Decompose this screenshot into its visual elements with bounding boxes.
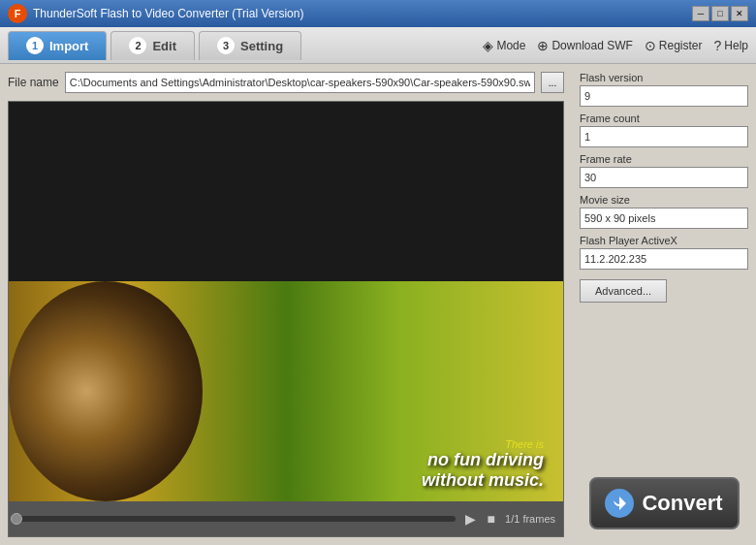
frame-rate-input[interactable] bbox=[580, 167, 748, 188]
right-panel: Flash version Frame count Frame rate Mov… bbox=[572, 64, 756, 545]
mode-icon: ◈ bbox=[483, 38, 493, 53]
flash-player-input[interactable] bbox=[580, 248, 748, 270]
banner-speaker bbox=[9, 281, 203, 501]
window-title: ThunderSoft Flash to Video Converter (Tr… bbox=[33, 7, 303, 20]
banner-text-line2: no fun drivingwithout music. bbox=[422, 450, 544, 492]
movie-size-input[interactable] bbox=[580, 208, 748, 229]
tab-import[interactable]: 1 Import bbox=[8, 31, 107, 60]
progress-track[interactable] bbox=[16, 516, 456, 522]
download-swf-button[interactable]: ⊕ Download SWF bbox=[537, 38, 632, 53]
tab-setting[interactable]: 3 Setting bbox=[199, 31, 301, 60]
minimize-button[interactable]: ─ bbox=[692, 6, 709, 21]
help-label: Help bbox=[724, 39, 748, 52]
convert-label: Convert bbox=[642, 491, 722, 516]
register-label: Register bbox=[659, 39, 703, 52]
progress-thumb bbox=[11, 513, 22, 525]
tab-setting-label: Setting bbox=[240, 39, 283, 53]
tab-edit-label: Edit bbox=[152, 39, 176, 53]
file-input[interactable] bbox=[65, 72, 535, 93]
toolbar-right: ◈ Mode ⊕ Download SWF ⊙ Register ? Help bbox=[483, 38, 748, 53]
banner-text-line1: There is bbox=[422, 438, 544, 450]
tab-edit[interactable]: 2 Edit bbox=[110, 31, 195, 60]
close-button[interactable]: ✕ bbox=[731, 6, 748, 21]
left-panel: File name ... There is no fun drivingwit… bbox=[0, 64, 572, 545]
main-content: File name ... There is no fun drivingwit… bbox=[0, 64, 756, 545]
app-icon: F bbox=[8, 4, 27, 23]
banner-background: There is no fun drivingwithout music. bbox=[9, 281, 563, 501]
convert-icon bbox=[605, 489, 634, 518]
frame-count-label: Frame count bbox=[580, 112, 748, 124]
tab-import-label: Import bbox=[49, 39, 88, 53]
video-container: There is no fun drivingwithout music. ▶ … bbox=[8, 101, 564, 537]
frame-rate-field: Frame rate bbox=[580, 153, 748, 188]
title-bar: F ThunderSoft Flash to Video Converter (… bbox=[0, 0, 756, 27]
frame-rate-label: Frame rate bbox=[580, 153, 748, 165]
mode-label: Mode bbox=[496, 39, 525, 52]
controls-bar: ▶ ■ 1/1 frames bbox=[9, 501, 563, 536]
mode-button[interactable]: ◈ Mode bbox=[483, 38, 525, 53]
tab-edit-number: 2 bbox=[129, 37, 146, 54]
frame-count-field: Frame count bbox=[580, 112, 748, 147]
video-top-area bbox=[9, 102, 563, 281]
flash-version-input[interactable] bbox=[580, 85, 748, 107]
file-row: File name ... bbox=[8, 72, 564, 93]
flash-version-field: Flash version bbox=[580, 72, 748, 107]
movie-size-label: Movie size bbox=[580, 194, 748, 206]
file-label: File name bbox=[8, 76, 59, 89]
play-button[interactable]: ▶ bbox=[463, 509, 478, 529]
flash-version-label: Flash version bbox=[580, 72, 748, 83]
download-icon: ⊕ bbox=[537, 38, 549, 53]
help-button[interactable]: ? Help bbox=[714, 38, 748, 53]
convert-button[interactable]: Convert bbox=[589, 477, 740, 529]
register-icon: ⊙ bbox=[645, 38, 656, 53]
flash-player-field: Flash Player ActiveX bbox=[580, 235, 748, 270]
tab-import-number: 1 bbox=[26, 37, 44, 54]
download-label: Download SWF bbox=[551, 39, 632, 52]
advanced-button[interactable]: Advanced... bbox=[580, 279, 667, 303]
banner-text-area: There is no fun drivingwithout music. bbox=[422, 438, 544, 492]
convert-section: Convert bbox=[580, 469, 748, 537]
movie-size-field: Movie size bbox=[580, 194, 748, 229]
stop-button[interactable]: ■ bbox=[486, 509, 497, 529]
frames-counter: 1/1 frames bbox=[505, 513, 555, 525]
restore-button[interactable]: □ bbox=[711, 6, 729, 21]
tab-setting-number: 3 bbox=[217, 37, 235, 54]
video-preview: There is no fun drivingwithout music. bbox=[9, 102, 563, 501]
browse-button[interactable]: ... bbox=[541, 72, 564, 93]
register-button[interactable]: ⊙ Register bbox=[645, 38, 703, 53]
frame-count-input[interactable] bbox=[580, 126, 748, 147]
window-controls: ─ □ ✕ bbox=[692, 6, 748, 21]
flash-player-label: Flash Player ActiveX bbox=[580, 235, 748, 246]
toolbar: 1 Import 2 Edit 3 Setting ◈ Mode ⊕ Downl… bbox=[0, 27, 756, 64]
help-icon: ? bbox=[714, 38, 722, 53]
